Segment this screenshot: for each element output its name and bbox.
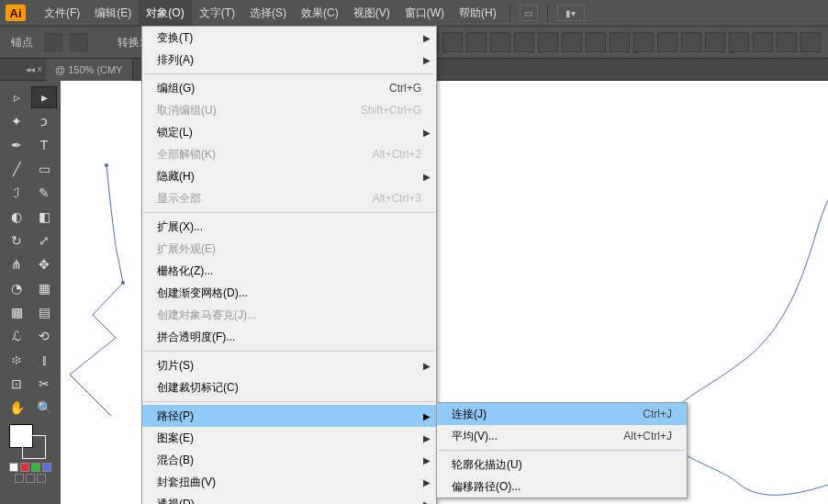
menu-item-label: 隐藏(H) — [157, 169, 421, 185]
menu-edit[interactable]: 编辑(E) — [87, 0, 139, 26]
align-icon[interactable] — [490, 32, 510, 52]
object-menu-item[interactable]: 路径(P)▶ — [142, 405, 436, 427]
shape-builder-tool-icon[interactable]: ◔ — [4, 277, 29, 299]
object-menu-item[interactable]: 栅格化(Z)... — [142, 260, 436, 282]
align-icon[interactable] — [514, 32, 534, 52]
align-icon[interactable] — [466, 32, 487, 52]
scale-tool-icon[interactable]: ⤢ — [31, 230, 57, 252]
object-menu-item[interactable]: 切片(S)▶ — [142, 354, 436, 376]
eraser-tool-icon[interactable]: ◧ — [31, 206, 57, 228]
anchor-remove-icon[interactable] — [70, 33, 88, 51]
align-icon[interactable] — [753, 32, 773, 52]
submenu-arrow-icon: ▶ — [423, 33, 431, 43]
zoom-tool-icon[interactable]: 🔍 — [31, 397, 57, 419]
perspective-tool-icon[interactable]: ▦ — [31, 277, 57, 299]
align-icon[interactable] — [538, 32, 558, 52]
width-tool-icon[interactable]: ⋔ — [4, 253, 29, 275]
menu-file[interactable]: 文件(F) — [37, 0, 87, 26]
screen-full-icon[interactable] — [26, 474, 35, 483]
line-tool-icon[interactable]: ╱ — [4, 158, 29, 180]
color-blue-icon[interactable] — [42, 463, 51, 472]
align-icon[interactable] — [442, 32, 463, 52]
object-menu-item[interactable]: 锁定(L)▶ — [142, 121, 436, 143]
object-menu-item[interactable]: 创建裁切标记(C) — [142, 376, 436, 398]
menu-effect[interactable]: 效果(C) — [294, 0, 346, 26]
color-red-icon[interactable] — [20, 463, 29, 472]
path-submenu-item[interactable]: 连接(J)Ctrl+J — [437, 403, 687, 425]
object-menu-item[interactable]: 变换(T)▶ — [142, 27, 436, 49]
menu-divider — [144, 212, 434, 213]
path-submenu-item[interactable]: 偏移路径(O)... — [437, 476, 687, 498]
object-menu-item[interactable]: 编组(G)Ctrl+G — [142, 77, 436, 99]
object-menu-item[interactable]: 混合(B)▶ — [142, 449, 436, 471]
path-submenu-item[interactable]: 平均(V)...Alt+Ctrl+J — [437, 425, 687, 447]
type-tool-icon[interactable]: T — [31, 134, 57, 156]
document-tab[interactable]: @ 150% (CMY — [46, 59, 133, 81]
path-submenu-item[interactable]: 轮廓化描边(U) — [437, 454, 687, 476]
menu-item-label: 拼合透明度(F)... — [157, 330, 421, 345]
menu-help[interactable]: 帮助(H) — [452, 0, 504, 26]
object-menu-item[interactable]: 隐藏(H)▶ — [142, 165, 436, 187]
align-icon[interactable] — [586, 32, 606, 52]
object-menu-item[interactable]: 扩展(X)... — [142, 216, 436, 238]
object-menu-item[interactable]: 拼合透明度(F)... — [142, 326, 436, 348]
align-icon[interactable] — [657, 32, 677, 52]
slice-tool-icon[interactable]: ✂ — [31, 373, 57, 395]
align-icon[interactable] — [681, 32, 701, 52]
menu-view[interactable]: 视图(V) — [346, 0, 397, 26]
anchor-add-icon[interactable] — [44, 33, 62, 51]
lasso-tool-icon[interactable]: ɔ — [31, 110, 57, 132]
blend-tool-icon[interactable]: ⟲ — [31, 325, 57, 347]
layout-icon[interactable]: ▮▾ — [557, 5, 585, 21]
paintbrush-tool-icon[interactable]: ℐ — [4, 182, 29, 204]
menu-select[interactable]: 选择(S) — [242, 0, 294, 26]
align-icon[interactable] — [705, 32, 725, 52]
align-icon[interactable] — [729, 32, 749, 52]
menu-item-label: 平均(V)... — [452, 429, 623, 444]
mesh-tool-icon[interactable]: ▩ — [4, 301, 29, 323]
color-mode-row — [0, 463, 61, 472]
align-icon[interactable] — [800, 32, 821, 52]
fill-stroke-swatch[interactable] — [0, 424, 61, 461]
rectangle-tool-icon[interactable]: ▭ — [31, 158, 57, 180]
graph-tool-icon[interactable]: ⫿ — [31, 349, 57, 371]
symbol-sprayer-tool-icon[interactable]: ፨ — [4, 349, 29, 371]
object-menu-item[interactable]: 图案(E)▶ — [142, 427, 436, 449]
align-icon[interactable] — [562, 32, 582, 52]
eyedropper-tool-icon[interactable]: ℒ — [4, 325, 29, 347]
menu-text[interactable]: 文字(T) — [192, 0, 242, 26]
menu-divider — [144, 401, 434, 402]
menu-object[interactable]: 对象(O) — [139, 0, 191, 26]
submenu-arrow-icon: ▶ — [423, 455, 431, 465]
object-menu-item[interactable]: 创建渐变网格(D)... — [142, 282, 436, 304]
pencil-tool-icon[interactable]: ✎ — [31, 182, 57, 204]
color-none-icon[interactable] — [9, 463, 18, 472]
artboard-tool-icon[interactable]: ⊡ — [4, 373, 29, 395]
gradient-tool-icon[interactable]: ▤ — [31, 301, 57, 323]
rotate-tool-icon[interactable]: ↻ — [4, 230, 29, 252]
menu-divider — [439, 450, 685, 451]
object-menu-item[interactable]: 封套扭曲(V)▶ — [142, 471, 436, 493]
color-green-icon[interactable] — [31, 463, 40, 472]
blob-brush-tool-icon[interactable]: ◐ — [4, 206, 29, 228]
object-menu-item[interactable]: 排列(A)▶ — [142, 49, 436, 71]
tab-arrows[interactable]: ◂◂× — [0, 64, 46, 74]
hand-tool-icon[interactable]: ✋ — [4, 397, 29, 419]
menu-item-label: 连接(J) — [452, 407, 643, 422]
align-icon[interactable] — [610, 32, 630, 52]
align-icon[interactable] — [633, 32, 654, 52]
screen-normal-icon[interactable] — [15, 474, 24, 483]
menu-item-label: 锁定(L) — [157, 125, 421, 140]
stroke-swatch[interactable] — [22, 435, 46, 459]
free-transform-tool-icon[interactable]: ✥ — [31, 253, 57, 275]
selection-tool-icon[interactable]: ▹ — [4, 86, 29, 108]
pen-tool-icon[interactable]: ✒ — [4, 134, 29, 156]
menu-window[interactable]: 窗口(W) — [397, 0, 452, 26]
doc-setup-icon[interactable]: ▭ — [520, 5, 538, 21]
screen-present-icon[interactable] — [37, 474, 46, 483]
magic-wand-tool-icon[interactable]: ✦ — [4, 110, 29, 132]
submenu-arrow-icon: ▶ — [423, 433, 431, 443]
align-icon[interactable] — [777, 32, 797, 52]
object-menu-item[interactable]: 透视(D)▶ — [142, 493, 436, 504]
direct-selection-tool-icon[interactable]: ▸ — [31, 86, 57, 108]
